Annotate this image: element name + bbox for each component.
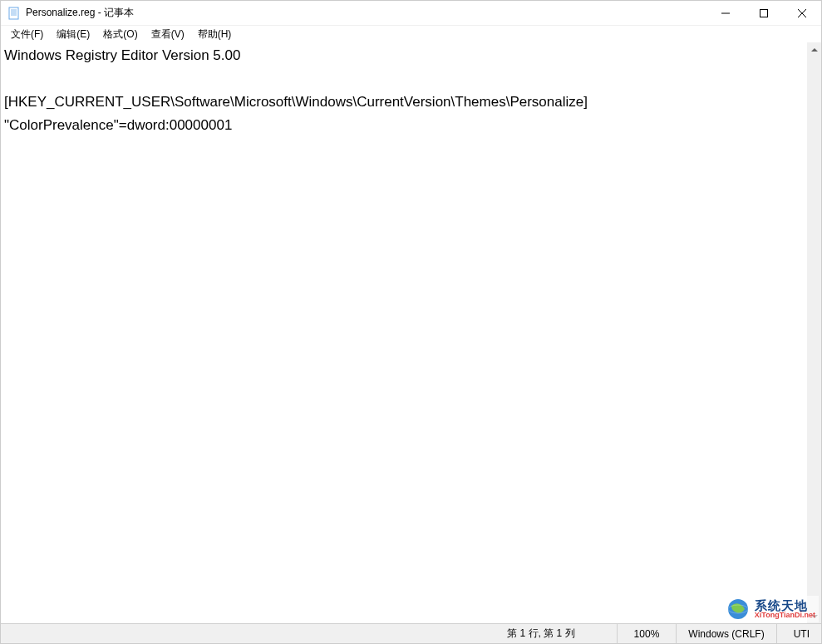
menu-file[interactable]: 文件(F) xyxy=(4,27,50,42)
globe-icon xyxy=(726,597,750,621)
watermark-text: 系统天地 XiTongTianDi.net xyxy=(755,599,815,619)
menu-view[interactable]: 查看(V) xyxy=(145,27,191,42)
menu-edit[interactable]: 编辑(E) xyxy=(50,27,96,42)
svg-rect-6 xyxy=(760,9,768,17)
close-button[interactable] xyxy=(783,1,821,25)
vertical-scrollbar[interactable] xyxy=(807,42,821,623)
status-encoding: UTI xyxy=(776,624,821,643)
menu-help[interactable]: 帮助(H) xyxy=(191,27,239,42)
svg-marker-9 xyxy=(811,48,818,52)
status-position: 第 1 行, 第 1 列 xyxy=(495,624,616,643)
maximize-button[interactable] xyxy=(745,1,783,25)
statusbar: 第 1 行, 第 1 列 100% Windows (CRLF) UTI xyxy=(1,623,821,643)
window-title: Personalize.reg - 记事本 xyxy=(26,6,706,20)
status-line-ending: Windows (CRLF) xyxy=(676,624,775,643)
menu-format[interactable]: 格式(O) xyxy=(96,27,144,42)
watermark-main: 系统天地 xyxy=(755,599,815,612)
editor-container: Windows Registry Editor Version 5.00 [HK… xyxy=(1,42,821,623)
minimize-button[interactable] xyxy=(706,1,745,25)
watermark-sub: XiTongTianDi.net xyxy=(755,612,815,619)
scroll-up-icon[interactable] xyxy=(807,42,821,57)
titlebar: Personalize.reg - 记事本 xyxy=(1,1,821,26)
menubar: 文件(F) 编辑(E) 格式(O) 查看(V) 帮助(H) xyxy=(1,26,821,42)
window-controls xyxy=(706,1,821,25)
status-zoom: 100% xyxy=(617,624,677,643)
watermark: 系统天地 XiTongTianDi.net xyxy=(723,596,819,622)
text-editor[interactable]: Windows Registry Editor Version 5.00 [HK… xyxy=(1,42,807,623)
notepad-icon xyxy=(7,7,21,20)
